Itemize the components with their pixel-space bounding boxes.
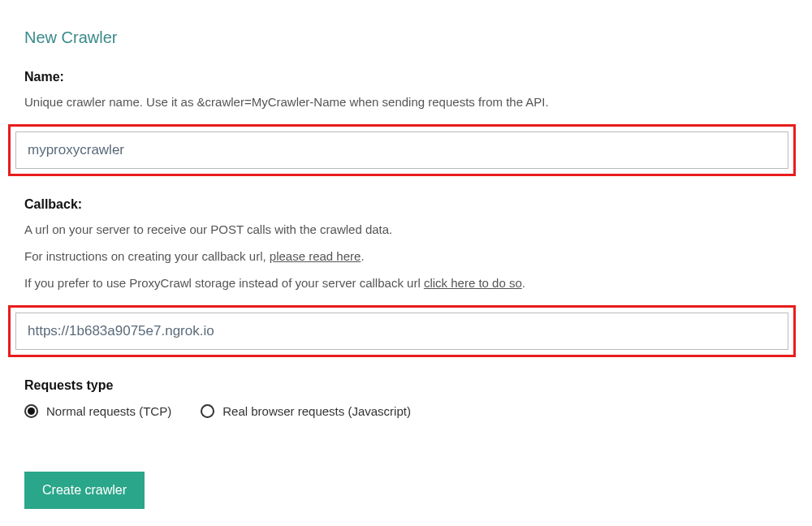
callback-section: Callback: A url on your server to receiv… <box>24 197 788 357</box>
create-crawler-button[interactable]: Create crawler <box>24 472 145 509</box>
requests-type-section: Requests type Normal requests (TCP) Real… <box>24 378 788 418</box>
name-label: Name: <box>24 70 788 84</box>
callback-help-line-1: A url on your server to receive our POST… <box>24 218 788 240</box>
radio-circle-icon <box>24 404 38 418</box>
name-highlight-box <box>8 124 796 176</box>
radio-dot-icon <box>28 407 35 415</box>
radio-browser-label: Real browser requests (Javascript) <box>222 404 411 418</box>
callback-input[interactable] <box>15 313 788 350</box>
click-here-link[interactable]: click here to do so <box>424 276 522 290</box>
callback-help-line-3-prefix: If you prefer to use ProxyCrawl storage … <box>24 276 424 290</box>
read-here-link[interactable]: please read here <box>270 249 361 263</box>
name-help-text: Unique crawler name. Use it as &crawler=… <box>24 91 788 113</box>
requests-type-radio-group: Normal requests (TCP) Real browser reque… <box>24 404 788 418</box>
radio-normal-label: Normal requests (TCP) <box>46 404 171 418</box>
callback-help-line-2-prefix: For instructions on creating your callba… <box>24 249 270 263</box>
radio-circle-icon <box>201 404 214 418</box>
callback-help-line-2: For instructions on creating your callba… <box>24 245 788 267</box>
callback-highlight-box <box>8 305 796 357</box>
radio-browser-requests[interactable]: Real browser requests (Javascript) <box>201 404 411 418</box>
callback-help-line-3-suffix: . <box>522 276 525 290</box>
callback-help-line-2-suffix: . <box>361 249 364 263</box>
radio-normal-requests[interactable]: Normal requests (TCP) <box>24 404 171 418</box>
page-title: New Crawler <box>24 28 788 47</box>
name-section: Name: Unique crawler name. Use it as &cr… <box>24 70 788 176</box>
callback-label: Callback: <box>24 197 788 212</box>
requests-type-label: Requests type <box>24 378 788 393</box>
name-input[interactable] <box>15 132 788 169</box>
callback-help-line-3: If you prefer to use ProxyCrawl storage … <box>24 272 788 294</box>
